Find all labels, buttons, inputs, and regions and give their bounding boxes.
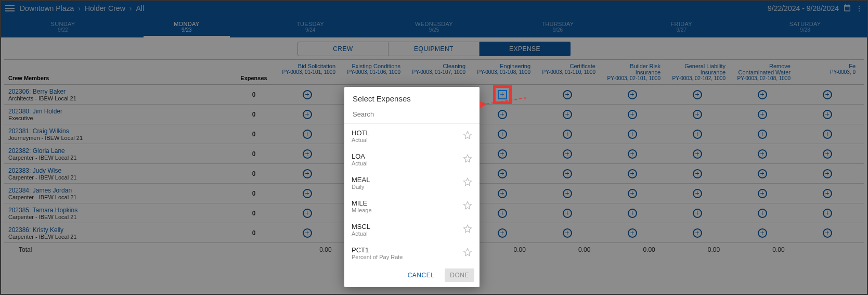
star-icon[interactable] — [463, 131, 472, 142]
expense-option[interactable]: MILEMileage — [344, 194, 480, 217]
option-text: MSCLActual — [352, 223, 458, 237]
expense-option[interactable]: PCT1Percent of Pay Rate — [344, 241, 480, 264]
option-sub: Actual — [352, 160, 458, 166]
option-text: PCT1Percent of Pay Rate — [352, 246, 458, 260]
cancel-button[interactable]: CANCEL — [403, 268, 440, 282]
option-code: MILE — [352, 199, 367, 207]
option-code: MEAL — [352, 176, 370, 184]
option-sub: Actual — [352, 230, 458, 237]
option-text: MILEMileage — [352, 199, 458, 213]
expense-option[interactable]: MEALDaily — [344, 171, 480, 194]
option-text: MEALDaily — [352, 176, 458, 190]
dialog-footer: CANCELDONE — [344, 264, 480, 287]
dialog-title: Select Expenses — [344, 87, 480, 108]
option-code: MSCL — [352, 223, 370, 230]
option-code: HOTL — [352, 129, 370, 137]
add-expense-icon[interactable] — [498, 90, 507, 99]
star-icon[interactable] — [463, 224, 472, 235]
star-icon[interactable] — [463, 177, 472, 188]
option-sub: Daily — [352, 184, 458, 190]
option-text: HOTLActual — [352, 129, 458, 143]
option-sub: Percent of Pay Rate — [352, 254, 458, 260]
star-icon[interactable] — [463, 154, 472, 165]
select-expense-dialog: Select ExpensesHOTLActualLOAActualMEALDa… — [344, 87, 480, 287]
dialog-search-wrap — [344, 108, 480, 124]
expense-option[interactable]: MSCLActual — [344, 217, 480, 241]
expense-option[interactable]: HOTLActual — [344, 124, 480, 147]
star-icon[interactable] — [463, 201, 472, 212]
option-code: PCT1 — [352, 246, 369, 254]
option-text: LOAActual — [352, 152, 458, 166]
expense-option[interactable]: LOAActual — [344, 147, 480, 171]
star-icon[interactable] — [463, 248, 472, 259]
search-input[interactable] — [353, 110, 471, 118]
option-sub: Mileage — [352, 207, 458, 213]
option-sub: Actual — [352, 137, 458, 143]
done-button[interactable]: DONE — [445, 268, 474, 282]
option-code: LOA — [352, 152, 365, 160]
